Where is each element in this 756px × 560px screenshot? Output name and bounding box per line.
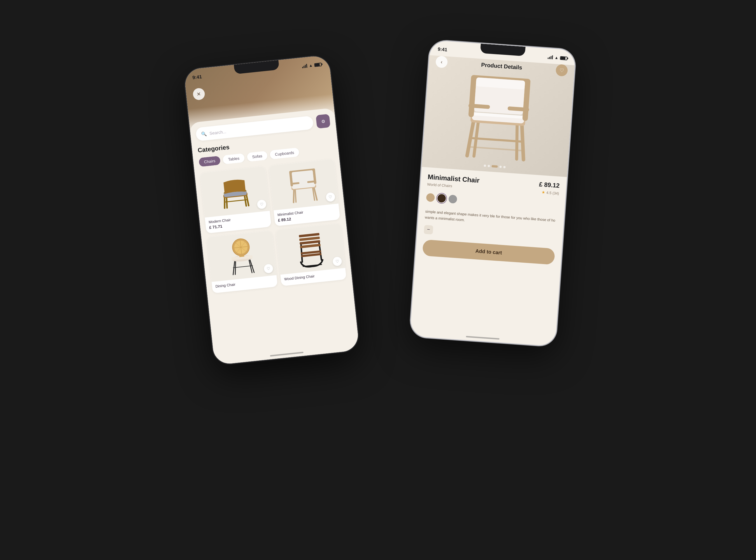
product-card-minimalist-chair[interactable]: ♡ Minimalist Chair £ 89.12 [269,159,340,226]
hero-chair-svg [450,65,546,166]
right-home-indicator [466,336,499,340]
category-label-sofas: Sofas [252,154,262,159]
wifi-icon: ▲ [309,63,313,68]
color-row [426,193,457,204]
category-chip-chairs[interactable]: Chairs [199,156,221,167]
left-time: 9:41 [192,74,202,80]
review-count: (34) [553,191,559,196]
right-wifi-icon: ▲ [554,55,559,60]
details-content: Minimalist Chair £ 89.12 World of Chairs… [415,167,567,276]
back-icon: ‹ [441,59,443,65]
favorite-minimalist-chair[interactable]: ♡ [326,192,335,202]
category-label-chairs: Chairs [204,159,216,164]
color-swatch-beige[interactable] [426,193,435,202]
svg-line-42 [467,117,474,156]
svg-line-2 [226,197,227,208]
svg-rect-58 [469,104,474,114]
modern-chair-svg [215,171,255,213]
svg-line-23 [233,266,253,268]
browse-content: 🔍 Search... ⚙ Categories Chairs Tables [189,108,359,365]
close-icon: ✕ [197,91,201,97]
svg-rect-40 [300,244,321,248]
wood-dining-chair-svg [290,228,331,271]
product-card-wood-dining-chair[interactable]: ♡ Wood Dining Chair [276,223,346,286]
quantity-minus-button[interactable]: − [424,225,433,234]
rating-row: ★ 4.5 (34) [541,190,559,196]
image-dots [484,165,506,168]
svg-rect-37 [299,233,319,237]
signal-icon [302,64,307,68]
battery-icon [314,62,322,67]
dot-4 [499,165,502,168]
right-time: 9:41 [438,46,447,53]
phones-container: 9:41 ▲ ✕ [182,28,574,532]
svg-rect-59 [524,107,528,117]
right-phone: 9:41 ▲ [410,40,576,346]
category-chip-tables[interactable]: Tables [223,153,245,164]
filter-icon: ⚙ [321,118,325,124]
dot-5 [503,166,506,168]
svg-line-3 [244,196,246,206]
filter-button[interactable]: ⚙ [316,114,331,129]
product-image-wood-dining-chair: ♡ [276,223,345,275]
svg-rect-32 [239,254,244,257]
right-battery-icon [560,56,568,60]
dining-chair-svg [221,235,262,278]
dot-2 [488,165,490,167]
left-phone: 9:41 ▲ ✕ [184,55,359,365]
heart-icon: ♡ [559,67,564,74]
category-label-cupboards: Cupboards [275,151,294,157]
color-swatch-gray[interactable] [448,195,457,204]
color-swatch-dark-brown[interactable] [437,194,446,203]
right-status-icons: ▲ [548,55,568,61]
product-price-detail: £ 89.12 [539,181,560,189]
dot-1 [484,165,486,167]
category-label-tables: Tables [228,156,240,162]
stars-icon: ★ [541,190,545,195]
left-status-icons: ▲ [302,62,322,68]
product-card-modern-chair[interactable]: ♡ Modern Chair £ 71.71 [200,166,271,234]
dot-3 [492,165,498,168]
svg-line-9 [295,189,297,202]
svg-line-47 [469,147,523,151]
product-image-dining-chair: ♡ [207,231,276,282]
minimalist-chair-svg [284,163,324,206]
product-image-minimalist-chair: ♡ [269,159,338,210]
category-chip-sofas[interactable]: Sofas [247,151,268,162]
category-chip-cupboards[interactable]: Cupboards [270,147,300,160]
rating-value: 4.5 [546,191,552,195]
add-to-cart-button[interactable]: Add to cart [422,239,555,265]
details-screen: 9:41 ▲ [410,40,576,346]
favorite-dining-chair[interactable]: ♡ [263,264,273,274]
page-title: Product Details [481,62,522,71]
products-grid: ♡ Modern Chair £ 71.71 [200,159,346,294]
search-icon: 🔍 [201,131,207,137]
svg-line-43 [519,121,526,160]
back-button[interactable]: ‹ [435,56,448,68]
svg-rect-39 [299,240,320,245]
product-brand: World of Chairs [427,182,452,188]
minus-icon: − [427,226,430,233]
right-signal-icon [548,55,553,59]
product-card-dining-chair[interactable]: ♡ Dining Chair [207,231,278,293]
add-to-cart-label: Add to cart [475,248,502,256]
svg-rect-38 [299,237,320,241]
favorite-modern-chair[interactable]: ♡ [257,199,266,209]
svg-line-6 [224,200,247,202]
search-placeholder: Search... [209,129,226,136]
wishlist-button[interactable]: ♡ [556,64,568,77]
favorite-wood-dining-chair[interactable]: ♡ [332,257,342,266]
product-image-modern-chair: ♡ [200,166,270,218]
browse-screen: 9:41 ▲ ✕ [184,55,359,365]
